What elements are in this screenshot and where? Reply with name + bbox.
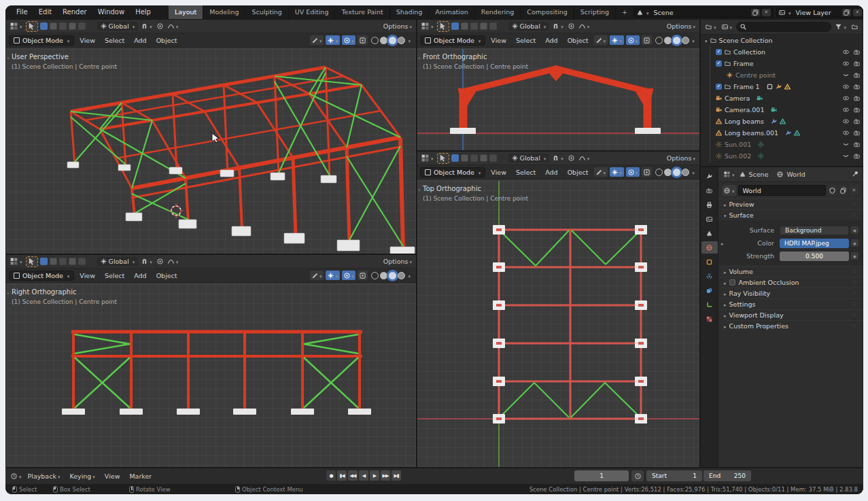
hide-eye-icon[interactable] — [843, 61, 849, 67]
render-visibility-icon[interactable] — [854, 130, 860, 136]
outliner-row-frame-1[interactable]: Frame 1 — [701, 81, 863, 92]
editor-type-dropdown[interactable] — [9, 22, 24, 31]
xray-toggle[interactable] — [642, 167, 652, 177]
scene-selector[interactable]: Scene ✕ — [634, 7, 774, 18]
snap-magnet-toggle[interactable] — [140, 22, 154, 31]
collection-checkbox[interactable] — [716, 49, 722, 55]
snap-magnet-toggle[interactable] — [551, 22, 565, 31]
viewport-canvas-top-orthographic[interactable]: Top Orthographic (1) Scene Collection | … — [417, 181, 699, 467]
menu-render[interactable]: Render — [57, 5, 92, 19]
annotate-dropdown[interactable] — [594, 35, 608, 45]
color-texture-button[interactable]: HDRI MAP.jpeg — [780, 239, 849, 248]
tab-output[interactable] — [701, 198, 718, 211]
view-menu[interactable]: View — [100, 472, 125, 480]
menu-edit[interactable]: Edit — [33, 5, 57, 19]
outliner-search[interactable] — [736, 22, 831, 32]
outliner-row-frame[interactable]: Frame — [701, 58, 863, 69]
jump-to-start-button[interactable]: ▮◀ — [337, 470, 347, 481]
marker-menu[interactable]: Marker — [124, 472, 156, 480]
scene-name[interactable]: Scene — [651, 9, 749, 16]
play-reverse-button[interactable]: ◀ — [359, 470, 368, 481]
region-toggle-arrow[interactable]: ‹ — [418, 54, 421, 61]
add-menu[interactable]: Add — [541, 169, 561, 176]
annotate-dropdown[interactable] — [594, 167, 608, 177]
options-dropdown[interactable]: Options — [383, 258, 413, 265]
viewport-canvas-front-orthographic[interactable]: Front Orthographic (1) Scene Collection … — [417, 49, 699, 150]
animate-dot-button[interactable] — [851, 226, 858, 234]
select-mode-subtract-button[interactable] — [470, 154, 478, 162]
properties-filter-dropdown[interactable] — [723, 170, 736, 179]
tab-shading[interactable]: Shading — [390, 5, 430, 19]
region-toggle-arrow[interactable]: ‹ — [418, 186, 421, 193]
outliner-row-long-beams-001[interactable]: Long beams.001 — [701, 127, 863, 139]
select-mode-invert-button[interactable] — [480, 22, 487, 30]
record-button[interactable]: ● — [326, 470, 336, 481]
panel-custom-properties[interactable]: Custom Properties∷ — [718, 320, 863, 331]
solid-shading-button[interactable] — [664, 169, 672, 176]
view-menu[interactable]: View — [487, 37, 510, 44]
hide-eye-closed-icon[interactable] — [843, 72, 849, 78]
select-mode-intersect-button[interactable] — [78, 258, 86, 265]
tab-tool[interactable] — [701, 170, 718, 182]
outliner-row-camera[interactable]: Camera — [701, 92, 863, 104]
timeline-editor-type-dropdown[interactable] — [10, 472, 23, 481]
unlink-datablock-button[interactable]: ✕ — [850, 186, 858, 195]
object-menu[interactable]: Object — [152, 37, 181, 44]
transform-orientation-dropdown[interactable]: Global — [508, 154, 550, 162]
select-mode-invert-button[interactable] — [69, 22, 76, 30]
render-visibility-icon[interactable] — [854, 107, 860, 113]
outliner-row-long-beams[interactable]: Long beams — [701, 116, 863, 127]
add-workspace-button[interactable]: + — [616, 5, 634, 19]
tab-sculpting[interactable]: Sculpting — [245, 5, 288, 19]
panel-volume[interactable]: Volume∷ — [718, 266, 863, 277]
editor-type-dropdown[interactable] — [9, 257, 24, 266]
viewport-right-orthographic[interactable]: Global Options Object Mode View Select A… — [5, 254, 417, 468]
tab-constraints[interactable] — [701, 270, 718, 282]
select-mode-subtract-button[interactable] — [59, 258, 67, 265]
select-menu[interactable]: Select — [101, 37, 128, 44]
material-preview-button[interactable] — [673, 37, 680, 44]
chevron-down-icon[interactable] — [691, 37, 695, 44]
transform-orientation-dropdown[interactable]: Global — [97, 257, 139, 266]
collection-checkbox[interactable] — [716, 84, 722, 90]
hide-eye-icon[interactable] — [843, 107, 849, 113]
select-menu[interactable]: Select — [101, 272, 128, 279]
overlays-toggle[interactable] — [626, 167, 640, 177]
editor-type-dropdown[interactable] — [420, 22, 435, 31]
strength-slider[interactable]: 0.500 — [780, 252, 849, 261]
render-visibility-icon[interactable] — [854, 141, 860, 148]
render-visibility-icon[interactable] — [854, 84, 860, 90]
object-menu[interactable]: Object — [563, 169, 593, 176]
add-menu[interactable]: Add — [130, 37, 150, 44]
mode-dropdown[interactable]: Object Mode — [9, 35, 74, 46]
wireframe-shading-button[interactable] — [655, 37, 663, 44]
select-mode-set-button[interactable] — [451, 22, 459, 30]
select-box-tool-button[interactable] — [437, 21, 449, 32]
gizmos-toggle[interactable] — [610, 167, 624, 177]
proportional-falloff-dropdown[interactable] — [578, 22, 591, 31]
chevron-down-icon[interactable] — [691, 169, 695, 176]
mode-dropdown[interactable]: Object Mode — [9, 271, 74, 281]
outliner-row-sun-001[interactable]: Sun.001 — [701, 139, 863, 150]
select-mode-extend-button[interactable] — [461, 22, 468, 30]
tab-rendering[interactable]: Rendering — [475, 5, 521, 19]
tab-texture[interactable] — [701, 313, 718, 325]
editor-type-dropdown[interactable] — [420, 154, 435, 162]
breadcrumb-world[interactable]: World — [786, 171, 805, 178]
material-preview-button[interactable] — [389, 37, 396, 44]
gizmos-toggle[interactable] — [610, 35, 624, 45]
playback-menu[interactable]: Playback — [23, 472, 65, 480]
wireframe-shading-button[interactable] — [371, 37, 379, 44]
transform-orientation-dropdown[interactable]: Global — [97, 22, 139, 31]
menu-window[interactable]: Window — [92, 5, 130, 19]
mode-dropdown[interactable]: Object Mode — [420, 167, 485, 177]
outliner-row-camera-001[interactable]: Camera.001 — [701, 104, 863, 116]
proportional-editing-toggle[interactable] — [567, 154, 576, 162]
gizmos-toggle[interactable] — [326, 35, 340, 45]
add-menu[interactable]: Add — [130, 272, 150, 279]
render-visibility-icon[interactable] — [854, 72, 860, 78]
proportional-falloff-dropdown[interactable] — [167, 257, 180, 266]
select-mode-intersect-button[interactable] — [489, 22, 497, 30]
panel-surface[interactable]: Surface∷ — [718, 209, 863, 220]
panel-ambient-occlusion[interactable]: Ambient Occlusion∷ — [718, 277, 863, 288]
